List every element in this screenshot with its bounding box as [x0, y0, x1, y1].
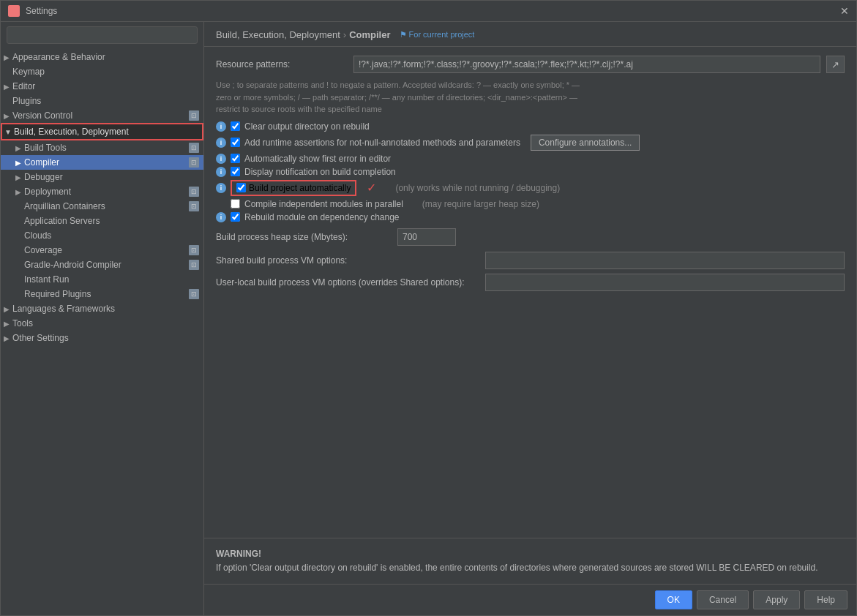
sidebar-item-languages[interactable]: ▶ Languages & Frameworks	[1, 301, 203, 316]
sidebar-item-label: Required Plugins	[24, 289, 187, 299]
sidebar-item-build-tools[interactable]: ▶ Build Tools ⊡	[1, 140, 203, 155]
breadcrumb: Build, Execution, Deployment › Compiler …	[216, 29, 845, 40]
display-notification-row: i Display notification on build completi…	[216, 167, 845, 177]
settings-dialog: Settings ✕ ▶ Appearance & Behavior Keyma…	[0, 0, 857, 616]
sidebar-item-arquillian[interactable]: Arquillian Containers ⊡	[1, 199, 203, 214]
ext-icon: ⊡	[189, 201, 199, 211]
show-first-error-checkbox[interactable]	[231, 154, 240, 163]
sidebar-item-label: Arquillian Containers	[24, 201, 187, 211]
sidebar-item-tools[interactable]: ▶ Tools	[1, 316, 203, 331]
rebuild-module-row: i Rebuild module on dependency change	[216, 212, 845, 222]
sidebar-item-plugins[interactable]: Plugins	[1, 94, 203, 108]
sidebar-item-label: Plugins	[12, 96, 199, 106]
user-vm-input[interactable]	[485, 274, 845, 291]
sidebar-tree: ▶ Appearance & Behavior Keymap ▶ Editor …	[1, 48, 203, 615]
build-auto-note: (only works while not running / debuggin…	[395, 183, 560, 193]
compile-parallel-label: Compile independent modules in parallel	[244, 199, 403, 209]
warning-box: WARNING! If option 'Clear output directo…	[204, 538, 856, 584]
export-button[interactable]: ↗	[826, 56, 845, 73]
sidebar-item-label: Deployment	[24, 187, 187, 197]
sidebar-item-deployment[interactable]: ▶ Deployment ⊡	[1, 184, 203, 199]
project-link[interactable]: ⚑ For current project	[400, 30, 475, 40]
sidebar-item-label: Application Servers	[24, 216, 199, 226]
runtime-assertions-checkbox[interactable]	[231, 138, 240, 147]
configure-annotations-button[interactable]: Configure annotations...	[531, 135, 640, 151]
rebuild-module-label: Rebuild module on dependency change	[244, 212, 400, 222]
user-vm-label: User-local build process VM options (ove…	[216, 277, 479, 288]
sidebar-item-label: Instant Run	[24, 274, 199, 285]
heap-input[interactable]	[397, 228, 456, 246]
sidebar-item-label: Coverage	[24, 245, 187, 255]
dialog-title: Settings	[26, 6, 840, 16]
sidebar-item-coverage[interactable]: Coverage ⊡	[1, 243, 203, 258]
rebuild-module-checkbox[interactable]	[231, 212, 240, 222]
show-first-error-row: i Automatically show first error in edit…	[216, 154, 845, 164]
sidebar-item-label: Version Control	[12, 110, 187, 121]
resource-patterns-input[interactable]	[353, 56, 820, 73]
app-icon	[8, 5, 20, 17]
info-icon: i	[216, 154, 226, 164]
arrow-icon: ▶	[12, 188, 24, 196]
ext-icon: ⊡	[189, 110, 199, 121]
user-vm-row: User-local build process VM options (ove…	[216, 274, 845, 291]
arrow-icon: ▶	[1, 305, 12, 313]
ok-button[interactable]: OK	[655, 590, 692, 609]
resource-patterns-label: Resource patterns:	[216, 59, 348, 70]
sidebar-item-debugger[interactable]: ▶ Debugger	[1, 170, 203, 184]
compile-parallel-note: (may require larger heap size)	[422, 199, 539, 209]
build-auto-info-icon: i	[216, 183, 226, 193]
warning-body: If option 'Clear output directory on reb…	[216, 561, 845, 575]
sidebar-item-required-plugins[interactable]: Required Plugins ⊡	[1, 287, 203, 301]
heap-label: Build process heap size (Mbytes):	[216, 232, 392, 242]
sidebar-item-label: Clouds	[24, 230, 199, 241]
sidebar-item-instant-run[interactable]: Instant Run	[1, 272, 203, 287]
ext-icon: ⊡	[189, 260, 199, 270]
breadcrumb-separator: ›	[343, 29, 346, 40]
sidebar-item-gradle-android[interactable]: Gradle-Android Compiler ⊡	[1, 258, 203, 272]
ext-icon: ⊡	[189, 187, 199, 197]
sidebar-item-label: Languages & Frameworks	[12, 304, 199, 314]
resource-patterns-row: Resource patterns: ↗	[216, 56, 845, 73]
sidebar: ▶ Appearance & Behavior Keymap ▶ Editor …	[1, 22, 204, 615]
compile-parallel-checkbox[interactable]	[231, 199, 240, 209]
sidebar-item-other-settings[interactable]: ▶ Other Settings	[1, 331, 203, 345]
arrow-icon: ▶	[1, 320, 12, 328]
display-notification-checkbox[interactable]	[231, 167, 240, 176]
sidebar-item-label: Build, Execution, Deployment	[14, 127, 198, 137]
title-bar: Settings ✕	[1, 1, 856, 22]
sidebar-item-label: Build Tools	[24, 143, 187, 153]
clear-output-label: Clear output directory on rebuild	[244, 121, 370, 132]
shared-vm-label: Shared build process VM options:	[216, 255, 479, 266]
clear-output-row: i Clear output directory on rebuild	[216, 121, 845, 132]
sidebar-item-build-execution[interactable]: ▼ Build, Execution, Deployment	[1, 123, 203, 140]
sidebar-item-compiler[interactable]: ▶ Compiler ⊡	[1, 155, 203, 170]
close-button[interactable]: ✕	[840, 5, 849, 17]
sidebar-item-editor[interactable]: ▶ Editor	[1, 79, 203, 94]
sidebar-item-keymap[interactable]: Keymap	[1, 64, 203, 79]
arrow-icon: ▶	[1, 334, 12, 342]
ext-icon: ⊡	[189, 143, 199, 153]
arrow-icon: ▶	[12, 173, 24, 181]
sidebar-item-clouds[interactable]: Clouds	[1, 228, 203, 243]
build-auto-row: i Build project automatically ✓ (only wo…	[216, 180, 845, 196]
search-input[interactable]	[7, 26, 198, 44]
heap-row: Build process heap size (Mbytes):	[216, 228, 845, 246]
apply-button[interactable]: Apply	[753, 590, 800, 609]
hint-text: Use ; to separate patterns and ! to nega…	[216, 79, 845, 116]
show-first-error-label: Automatically show first error in editor	[244, 154, 391, 164]
runtime-assertions-label: Add runtime assertions for not-null-anno…	[244, 138, 520, 148]
main-header: Build, Execution, Deployment › Compiler …	[204, 22, 856, 47]
settings-area: Resource patterns: ↗ Use ; to separate p…	[204, 47, 856, 538]
sidebar-item-version-control[interactable]: ▶ Version Control ⊡	[1, 108, 203, 123]
cancel-button[interactable]: Cancel	[697, 590, 749, 609]
rebuild-info-icon: i	[216, 212, 226, 222]
arrow-icon: ▶	[1, 112, 12, 120]
clear-output-checkbox[interactable]	[231, 121, 240, 131]
sidebar-item-label: Appearance & Behavior	[12, 52, 199, 62]
sidebar-item-appearance[interactable]: ▶ Appearance & Behavior	[1, 50, 203, 64]
sidebar-item-app-servers[interactable]: Application Servers	[1, 214, 203, 228]
help-button[interactable]: Help	[804, 590, 847, 609]
build-auto-checkbox[interactable]	[236, 183, 246, 192]
shared-vm-input[interactable]	[485, 252, 845, 269]
sidebar-item-label: Keymap	[12, 67, 199, 77]
